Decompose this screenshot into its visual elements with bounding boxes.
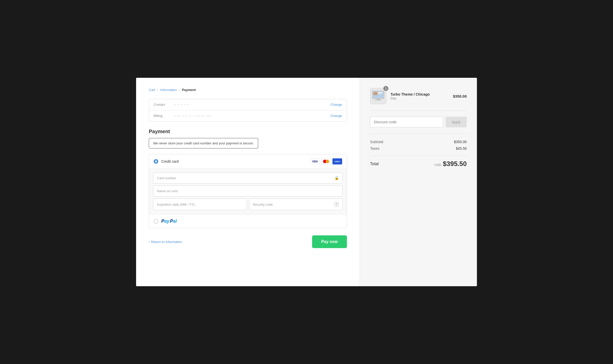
- paypal-al-text: al: [173, 219, 177, 224]
- billing-row: Billing ·· ··· ·· ·· ··· ·· ···· ··· ···…: [149, 110, 347, 121]
- paypal-ay-text: ay: [164, 219, 169, 224]
- taxes-value: $45.50: [456, 146, 467, 150]
- return-to-information-link[interactable]: ‹ Return to information: [149, 240, 182, 244]
- taxes-label: Taxes: [370, 146, 380, 150]
- name-on-card-placeholder: Name on card: [157, 189, 178, 193]
- product-variant: Day: [390, 96, 449, 100]
- amex-icon: AMEX: [332, 158, 342, 164]
- card-number-placeholder: Card number: [157, 176, 176, 180]
- mc-right: [326, 160, 329, 163]
- product-image: [370, 88, 386, 104]
- paypal-row: P ay P al: [149, 214, 347, 228]
- total-label: Total: [370, 162, 379, 166]
- svg-rect-4: [378, 94, 381, 95]
- security-code-help-icon[interactable]: ?: [334, 202, 339, 207]
- expiration-date-field[interactable]: Expiration date (MM / YY): [153, 199, 247, 210]
- product-info: Turbo Theme / Chicago Day: [390, 92, 449, 100]
- total-value: $395.50: [443, 160, 467, 168]
- credit-card-header: Credit card VISA AMEX: [149, 154, 347, 169]
- billing-value: ·· ··· ·· ·· ··· ·· ···· ··· ·····: [174, 114, 330, 118]
- breadcrumb-sep-1: ›: [157, 88, 158, 92]
- contact-label: Contact: [154, 103, 174, 107]
- svg-rect-5: [377, 99, 380, 100]
- page-wrapper: Cart › Information › Payment Contact ·· …: [136, 78, 477, 286]
- left-panel: Cart › Information › Payment Contact ·· …: [136, 78, 360, 286]
- visa-icon: VISA: [310, 158, 320, 164]
- return-chevron-icon: ‹: [149, 240, 150, 244]
- taxes-row: Taxes $45.50: [370, 146, 467, 150]
- product-badge: 1: [383, 86, 388, 91]
- total-right: USD $395.50: [434, 160, 467, 168]
- discount-row: Apply: [370, 117, 467, 134]
- svg-rect-6: [375, 100, 382, 100]
- contact-row: Contact ·· ·· ·· ·· ·· Change: [149, 99, 347, 110]
- contact-change[interactable]: Change: [330, 103, 342, 107]
- pay-now-button[interactable]: Pay now: [312, 235, 347, 248]
- product-name: Turbo Theme / Chicago: [390, 92, 449, 96]
- product-monitor-svg: [371, 90, 385, 102]
- credit-card-label: Credit card: [161, 159, 179, 163]
- card-number-field[interactable]: Card number 🔒: [153, 172, 343, 184]
- apply-button[interactable]: Apply: [446, 117, 467, 127]
- summary-section: Subtotal $350.00 Taxes $45.50: [370, 140, 467, 150]
- paypal-radio[interactable]: [154, 219, 158, 224]
- right-panel: 1 Turbo Theme / Chicago Day $350.00 Appl…: [360, 78, 477, 286]
- billing-change[interactable]: Change: [330, 114, 342, 118]
- total-currency: USD: [434, 163, 441, 167]
- card-details-row: Expiration date (MM / YY) Security code …: [153, 199, 343, 210]
- return-link-text: Return to information: [151, 240, 182, 244]
- name-on-card-field[interactable]: Name on card: [153, 186, 343, 196]
- payment-methods-box: Credit card VISA AMEX Card number 🔒: [149, 154, 347, 228]
- payment-title: Payment: [149, 129, 347, 134]
- paypal-logo: P ay P al: [161, 219, 177, 224]
- discount-code-input[interactable]: [370, 117, 443, 127]
- subtotal-label: Subtotal: [370, 140, 383, 144]
- svg-rect-2: [373, 92, 377, 95]
- product-price: $350.00: [453, 94, 467, 98]
- breadcrumb-sep-2: ›: [179, 88, 180, 92]
- security-code-placeholder: Security code: [253, 203, 273, 206]
- lock-icon: 🔒: [334, 176, 339, 180]
- info-box: Contact ·· ·· ·· ·· ·· Change Billing ··…: [149, 99, 347, 122]
- breadcrumb-cart[interactable]: Cart: [149, 88, 155, 92]
- total-row: Total USD $395.50: [370, 156, 467, 168]
- breadcrumb-payment: Payment: [182, 88, 196, 92]
- svg-rect-3: [378, 92, 383, 93]
- product-row: 1 Turbo Theme / Chicago Day $350.00: [370, 88, 467, 111]
- breadcrumb-information[interactable]: Information: [160, 88, 177, 92]
- billing-label: Billing: [154, 114, 174, 118]
- credit-card-left: Credit card: [154, 159, 179, 164]
- paypal-p2-icon: P: [170, 219, 173, 224]
- breadcrumb: Cart › Information › Payment: [149, 88, 347, 92]
- security-notice: We never store your credit card number a…: [149, 138, 258, 148]
- card-form: Card number 🔒 Name on card Expiration da…: [149, 169, 347, 214]
- subtotal-value: $350.00: [454, 140, 467, 144]
- contact-value: ·· ·· ·· ·· ··: [174, 103, 330, 107]
- mastercard-icon: [321, 158, 331, 164]
- expiration-placeholder: Expiration date (MM / YY): [157, 203, 195, 206]
- credit-card-radio[interactable]: [154, 159, 158, 164]
- bottom-actions: ‹ Return to information Pay now: [149, 235, 347, 248]
- card-icons: VISA AMEX: [310, 158, 342, 164]
- subtotal-row: Subtotal $350.00: [370, 140, 467, 144]
- security-code-field[interactable]: Security code ?: [249, 199, 343, 210]
- product-image-wrapper: 1: [370, 88, 386, 104]
- paypal-p-icon: P: [161, 219, 164, 224]
